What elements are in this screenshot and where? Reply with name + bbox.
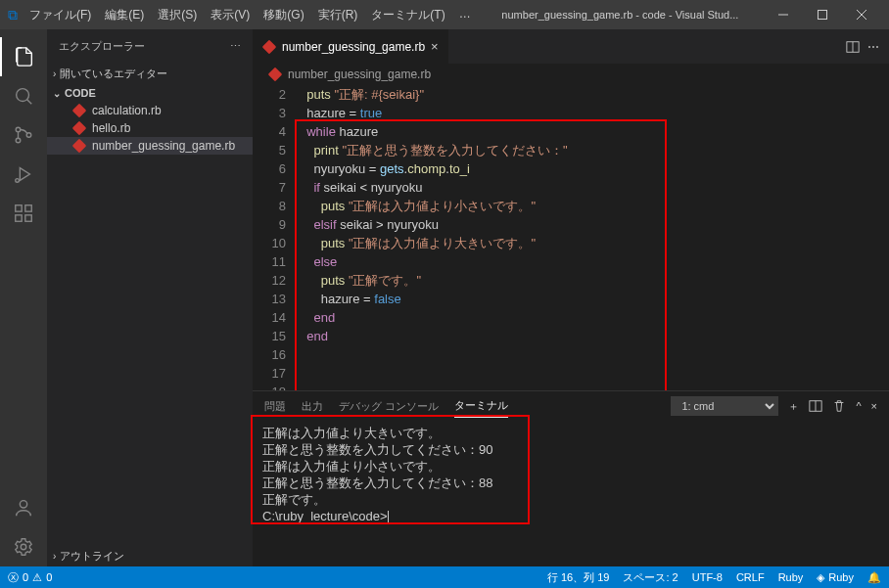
window-title: number_guessing_game.rb - code - Visual …: [477, 9, 764, 21]
status-eol[interactable]: CRLF: [736, 570, 765, 585]
minimap[interactable]: [811, 85, 889, 232]
panel-tab[interactable]: 問題: [264, 395, 286, 418]
file-item[interactable]: number_guessing_game.rb: [47, 137, 253, 155]
open-editors-section[interactable]: ›開いているエディター: [47, 64, 253, 84]
svg-marker-9: [20, 168, 29, 181]
sidebar-title: エクスプローラー: [59, 39, 145, 54]
menu-bar: ファイル(F)編集(E)選択(S)表示(V)移動(G)実行(R)ターミナル(T)…: [23, 3, 477, 27]
ruby-icon: [72, 104, 87, 118]
status-errors[interactable]: ⓧ 0 ⚠ 0: [8, 570, 52, 585]
svg-point-15: [20, 501, 26, 508]
code-editor[interactable]: 23456789101112131415161718 puts "正解: #{s…: [253, 85, 889, 390]
debug-icon[interactable]: [0, 155, 47, 194]
title-bar: ⧉ ファイル(F)編集(E)選択(S)表示(V)移動(G)実行(R)ターミナル(…: [0, 0, 889, 29]
terminal-selector[interactable]: 1: cmd: [671, 396, 778, 416]
terminal-line: C:\ruby_lecture\code>: [262, 508, 879, 524]
menu-item[interactable]: ファイル(F): [23, 3, 97, 27]
status-spaces[interactable]: スペース: 2: [623, 570, 678, 585]
status-ln-col[interactable]: 行 16、列 19: [547, 570, 610, 585]
svg-rect-14: [25, 205, 31, 211]
extensions-icon[interactable]: [0, 194, 47, 233]
tab-label: number_guessing_game.rb: [282, 40, 425, 54]
menu-item[interactable]: 選択(S): [152, 3, 203, 27]
activity-bar: [0, 29, 47, 566]
maximize-panel-icon[interactable]: ^: [856, 396, 861, 416]
menu-item[interactable]: 表示(V): [205, 3, 256, 27]
svg-rect-1: [819, 11, 827, 20]
account-icon[interactable]: [0, 488, 47, 527]
notifications-icon[interactable]: 🔔: [867, 570, 881, 585]
menu-item[interactable]: 実行(R): [312, 3, 364, 27]
ruby-icon: [72, 121, 87, 136]
outline-section[interactable]: ›アウトライン: [47, 546, 253, 566]
svg-rect-11: [16, 205, 22, 211]
terminal-line: 正解と思う整数を入力してください：88: [262, 475, 879, 491]
folder-root[interactable]: ⌄CODE: [47, 84, 253, 102]
settings-icon[interactable]: [0, 527, 47, 566]
editor-area: number_guessing_game.rb × ⋯ number_guess…: [253, 29, 889, 566]
terminal[interactable]: 正解は入力値より大きいです。正解と思う整数を入力してください：90正解は入力値よ…: [253, 421, 889, 566]
more-icon[interactable]: ⋯: [230, 40, 241, 53]
explorer-icon[interactable]: [0, 37, 47, 76]
menu-item[interactable]: 移動(G): [257, 3, 309, 27]
panel-tab[interactable]: ターミナル: [454, 394, 508, 418]
terminal-line: 正解です。: [262, 491, 879, 508]
menu-item[interactable]: …: [453, 3, 477, 27]
svg-point-8: [26, 133, 31, 138]
terminal-line: 正解は入力値より小さいです。: [262, 458, 879, 475]
source-control-icon[interactable]: [0, 115, 47, 155]
editor-tab[interactable]: number_guessing_game.rb ×: [253, 29, 449, 64]
svg-rect-13: [25, 215, 31, 221]
terminal-line: 正解は入力値より大きいです。: [262, 425, 879, 441]
more-actions-icon[interactable]: ⋯: [867, 40, 879, 54]
svg-point-10: [16, 179, 20, 183]
new-terminal-icon[interactable]: ＋: [788, 395, 799, 418]
editor-tabs: number_guessing_game.rb × ⋯: [253, 29, 889, 64]
menu-item[interactable]: 編集(E): [99, 3, 150, 27]
ruby-icon: [72, 139, 87, 154]
svg-point-7: [16, 138, 21, 143]
tab-close-icon[interactable]: ×: [431, 39, 439, 54]
menu-item[interactable]: ターミナル(T): [365, 3, 450, 27]
panel-tab[interactable]: デバッグ コンソール: [339, 395, 439, 418]
svg-point-4: [17, 89, 29, 102]
search-icon[interactable]: [0, 76, 47, 115]
vscode-logo: ⧉: [8, 7, 18, 23]
sidebar: エクスプローラー ⋯ ›開いているエディター ⌄CODE calculation…: [47, 29, 253, 566]
file-item[interactable]: calculation.rb: [47, 102, 253, 119]
svg-point-6: [16, 127, 21, 132]
minimize-button[interactable]: [764, 0, 803, 29]
ruby-icon: [268, 68, 283, 82]
split-terminal-icon[interactable]: [809, 395, 822, 417]
split-editor-icon[interactable]: [846, 40, 860, 54]
close-panel-icon[interactable]: ×: [871, 396, 877, 416]
status-lang[interactable]: Ruby: [778, 570, 804, 585]
breadcrumb[interactable]: number_guessing_game.rb: [253, 64, 889, 85]
panel-tab[interactable]: 出力: [302, 395, 323, 418]
svg-rect-12: [16, 215, 22, 221]
svg-point-16: [21, 544, 26, 550]
status-encoding[interactable]: UTF-8: [692, 570, 723, 585]
status-bar: ⓧ 0 ⚠ 0 行 16、列 19 スペース: 2 UTF-8 CRLF Rub…: [0, 566, 889, 588]
ruby-icon: [262, 39, 277, 54]
file-item[interactable]: hello.rb: [47, 119, 253, 137]
status-ruby[interactable]: ◈ Ruby: [817, 570, 854, 585]
maximize-button[interactable]: [803, 0, 842, 29]
panel: 問題出力デバッグ コンソールターミナル 1: cmd ＋ ^ × 正解は入力値よ…: [253, 390, 889, 566]
svg-line-5: [27, 100, 32, 105]
terminal-line: 正解と思う整数を入力してください：90: [262, 441, 879, 458]
trash-icon[interactable]: [832, 395, 846, 417]
close-button[interactable]: [842, 0, 881, 29]
